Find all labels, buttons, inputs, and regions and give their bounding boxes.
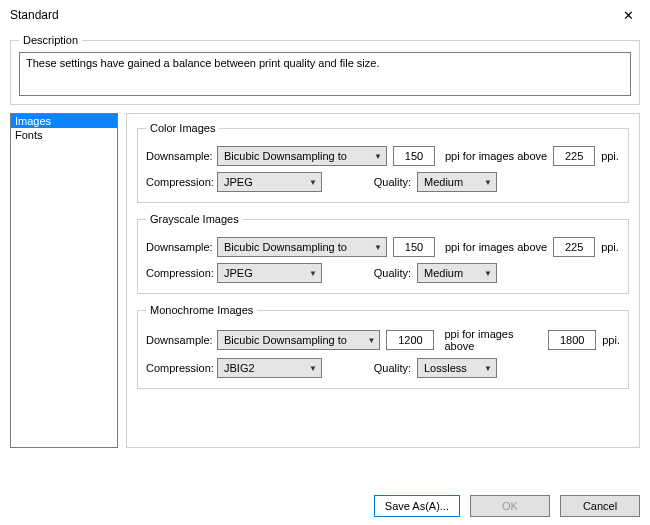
label-downsample: Downsample: bbox=[146, 334, 211, 346]
combo-value: Medium bbox=[424, 267, 463, 279]
chevron-down-icon: ▼ bbox=[367, 336, 375, 345]
label-ppi-end: ppi. bbox=[601, 150, 619, 162]
dialog-content: Description These settings have gained a… bbox=[0, 34, 650, 454]
title-bar: Standard ✕ bbox=[0, 0, 650, 28]
ok-button[interactable]: OK bbox=[470, 495, 550, 517]
mono-downsample-ppi[interactable] bbox=[386, 330, 434, 350]
combo-value: Bicubic Downsampling to bbox=[224, 241, 347, 253]
label-ppi-above: ppi for images above bbox=[445, 241, 547, 253]
group-monochrome-images: Monochrome Images Downsample: Bicubic Do… bbox=[137, 304, 629, 389]
description-group: Description These settings have gained a… bbox=[10, 34, 640, 105]
chevron-down-icon: ▼ bbox=[309, 178, 317, 187]
combo-value: Lossless bbox=[424, 362, 467, 374]
label-quality: Quality: bbox=[370, 267, 411, 279]
label-compression: Compression: bbox=[146, 362, 211, 374]
group-color-legend: Color Images bbox=[146, 122, 219, 134]
gray-compression[interactable]: JPEG ▼ bbox=[217, 263, 322, 283]
gray-compression-row: Compression: JPEG ▼ Quality: Medium ▼ bbox=[146, 263, 620, 283]
mono-compression-row: Compression: JBIG2 ▼ Quality: Lossless ▼ bbox=[146, 358, 620, 378]
label-compression: Compression: bbox=[146, 267, 211, 279]
main-row: Images Fonts Color Images Downsample: Bi… bbox=[10, 113, 640, 448]
label-ppi-end: ppi. bbox=[602, 334, 620, 346]
chevron-down-icon: ▼ bbox=[309, 364, 317, 373]
label-compression: Compression: bbox=[146, 176, 211, 188]
chevron-down-icon: ▼ bbox=[309, 269, 317, 278]
gray-downsample-row: Downsample: Bicubic Downsampling to ▼ pp… bbox=[146, 237, 620, 257]
combo-value: JPEG bbox=[224, 176, 253, 188]
color-downsample-row: Downsample: Bicubic Downsampling to ▼ pp… bbox=[146, 146, 620, 166]
gray-downsample-method[interactable]: Bicubic Downsampling to ▼ bbox=[217, 237, 387, 257]
group-color-images: Color Images Downsample: Bicubic Downsam… bbox=[137, 122, 629, 203]
description-legend: Description bbox=[19, 34, 82, 46]
gray-above-ppi[interactable] bbox=[553, 237, 595, 257]
dialog-footer: Save As(A)... OK Cancel bbox=[374, 495, 640, 517]
color-above-ppi[interactable] bbox=[553, 146, 595, 166]
color-compression-row: Compression: JPEG ▼ Quality: Medium ▼ bbox=[146, 172, 620, 192]
group-gray-legend: Grayscale Images bbox=[146, 213, 243, 225]
mono-downsample-row: Downsample: Bicubic Downsampling to ▼ pp… bbox=[146, 328, 620, 352]
sidebar-item-images[interactable]: Images bbox=[11, 114, 117, 128]
label-quality: Quality: bbox=[370, 176, 411, 188]
cancel-button[interactable]: Cancel bbox=[560, 495, 640, 517]
label-downsample: Downsample: bbox=[146, 150, 211, 162]
label-ppi-above: ppi for images above bbox=[445, 150, 547, 162]
label-ppi-above: ppi for images above bbox=[444, 328, 542, 352]
label-downsample: Downsample: bbox=[146, 241, 211, 253]
label-ppi-end: ppi. bbox=[601, 241, 619, 253]
combo-value: JPEG bbox=[224, 267, 253, 279]
color-downsample-method[interactable]: Bicubic Downsampling to ▼ bbox=[217, 146, 387, 166]
chevron-down-icon: ▼ bbox=[484, 364, 492, 373]
chevron-down-icon: ▼ bbox=[484, 269, 492, 278]
color-compression[interactable]: JPEG ▼ bbox=[217, 172, 322, 192]
combo-value: Bicubic Downsampling to bbox=[224, 334, 347, 346]
combo-value: Medium bbox=[424, 176, 463, 188]
close-icon[interactable]: ✕ bbox=[616, 8, 640, 23]
color-quality[interactable]: Medium ▼ bbox=[417, 172, 497, 192]
mono-compression[interactable]: JBIG2 ▼ bbox=[217, 358, 322, 378]
combo-value: JBIG2 bbox=[224, 362, 255, 374]
chevron-down-icon: ▼ bbox=[374, 152, 382, 161]
save-as-button[interactable]: Save As(A)... bbox=[374, 495, 460, 517]
combo-value: Bicubic Downsampling to bbox=[224, 150, 347, 162]
mono-downsample-method[interactable]: Bicubic Downsampling to ▼ bbox=[217, 330, 380, 350]
mono-above-ppi[interactable] bbox=[548, 330, 596, 350]
chevron-down-icon: ▼ bbox=[374, 243, 382, 252]
mono-quality[interactable]: Lossless ▼ bbox=[417, 358, 497, 378]
label-quality: Quality: bbox=[370, 362, 411, 374]
sidebar-item-fonts[interactable]: Fonts bbox=[11, 128, 117, 142]
settings-panel: Color Images Downsample: Bicubic Downsam… bbox=[126, 113, 640, 448]
category-list[interactable]: Images Fonts bbox=[10, 113, 118, 448]
gray-downsample-ppi[interactable] bbox=[393, 237, 435, 257]
window-title: Standard bbox=[10, 8, 59, 22]
group-grayscale-images: Grayscale Images Downsample: Bicubic Dow… bbox=[137, 213, 629, 294]
chevron-down-icon: ▼ bbox=[484, 178, 492, 187]
description-text: These settings have gained a balance bet… bbox=[19, 52, 631, 96]
group-mono-legend: Monochrome Images bbox=[146, 304, 257, 316]
gray-quality[interactable]: Medium ▼ bbox=[417, 263, 497, 283]
color-downsample-ppi[interactable] bbox=[393, 146, 435, 166]
